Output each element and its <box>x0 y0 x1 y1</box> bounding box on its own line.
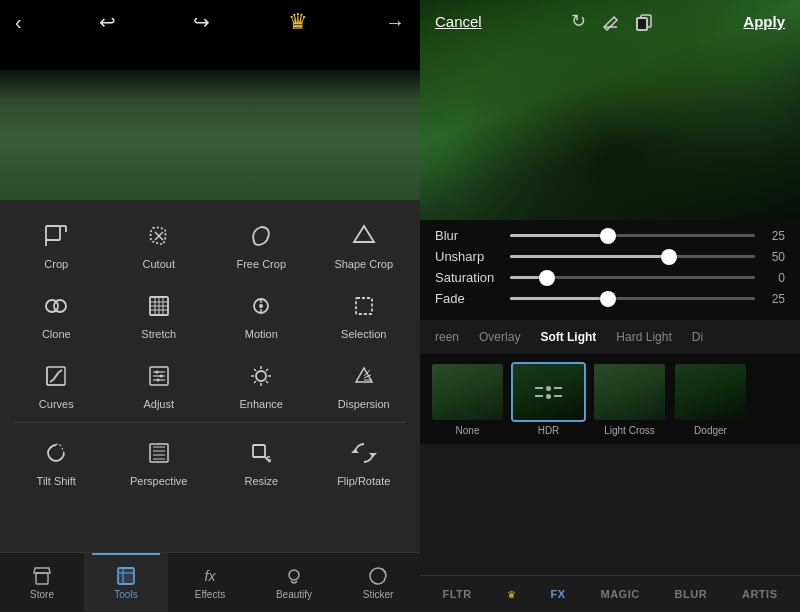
motion-icon <box>243 288 279 324</box>
tab-artist-label: ARTIS <box>742 588 778 600</box>
tool-adjust[interactable]: Adjust <box>114 350 204 418</box>
store-icon <box>31 565 53 587</box>
tool-crop[interactable]: Crop <box>11 210 101 278</box>
svg-rect-0 <box>46 226 60 240</box>
blend-hard-light[interactable]: Hard Light <box>606 326 681 348</box>
fade-slider-row: Fade 25 <box>435 291 785 306</box>
nav-tools[interactable]: Tools <box>84 553 168 612</box>
flip-rotate-icon <box>346 435 382 471</box>
sliders-area: Blur 25 Unsharp 50 Saturation 0 <box>420 220 800 320</box>
clone-label: Clone <box>42 328 71 340</box>
blur-label: Blur <box>435 228 510 243</box>
cancel-button[interactable]: Cancel <box>435 13 482 30</box>
blend-di[interactable]: Di <box>682 326 713 348</box>
filter-none-img <box>430 362 505 422</box>
svg-marker-51 <box>351 449 359 453</box>
tools-row-4: Tilt Shift Perspective <box>5 427 415 495</box>
tool-shape-crop[interactable]: Shape Crop <box>319 210 409 278</box>
filter-light-cross-label: Light Cross <box>604 425 655 436</box>
cutout-icon <box>141 218 177 254</box>
tool-tilt-shift[interactable]: Tilt Shift <box>11 427 101 495</box>
svg-rect-54 <box>118 568 134 584</box>
tool-flip-rotate[interactable]: Flip/Rotate <box>319 427 409 495</box>
tab-crown[interactable]: ♛ <box>499 585 524 604</box>
free-crop-icon <box>243 218 279 254</box>
nav-store[interactable]: Store <box>0 553 84 612</box>
flip-rotate-label: Flip/Rotate <box>337 475 390 487</box>
beautify-nav-icon <box>283 565 305 587</box>
tool-selection[interactable]: Selection <box>319 280 409 348</box>
blur-slider[interactable] <box>510 234 755 237</box>
left-top-bar: ‹ ↩ ↪ ♛ → <box>0 0 420 44</box>
nav-sticker[interactable]: Sticker <box>336 553 420 612</box>
shape-crop-label: Shape Crop <box>334 258 393 270</box>
saturation-label: Saturation <box>435 270 510 285</box>
unsharp-slider[interactable] <box>510 255 755 258</box>
nav-beautify[interactable]: Beautify <box>252 553 336 612</box>
sticker-nav-label: Sticker <box>363 589 394 600</box>
crown-icon[interactable]: ♛ <box>288 9 308 35</box>
apply-button[interactable]: Apply <box>743 13 785 30</box>
tool-motion[interactable]: Motion <box>216 280 306 348</box>
blend-overlay[interactable]: Overlay <box>469 326 530 348</box>
right-top-icons-group: ↻ <box>571 10 654 32</box>
tool-perspective[interactable]: Perspective <box>114 427 204 495</box>
svg-point-15 <box>259 304 263 308</box>
tool-cutout[interactable]: Cutout <box>114 210 204 278</box>
left-panel: ‹ ↩ ↪ ♛ → Crop <box>0 0 420 612</box>
tool-stretch[interactable]: Stretch <box>114 280 204 348</box>
blend-soft-light[interactable]: Soft Light <box>530 326 606 348</box>
tab-fx-label: FX <box>551 588 566 600</box>
tab-fltr[interactable]: FLTR <box>434 584 479 604</box>
svg-rect-62 <box>637 18 647 30</box>
tools-grid: Crop Cutout Free Crop <box>0 200 420 552</box>
tab-magic[interactable]: MAGIC <box>592 584 647 604</box>
filter-none[interactable]: None <box>430 362 505 436</box>
tool-curves[interactable]: Curves <box>11 350 101 418</box>
resize-icon <box>243 435 279 471</box>
effects-nav-icon: fx <box>199 565 221 587</box>
tilt-shift-icon <box>38 435 74 471</box>
filter-light-cross[interactable]: Light Cross <box>592 362 667 436</box>
tool-clone[interactable]: Clone <box>11 280 101 348</box>
tilt-shift-label: Tilt Shift <box>37 475 76 487</box>
dispersion-label: Dispersion <box>338 398 390 410</box>
tool-resize[interactable]: Resize <box>216 427 306 495</box>
tab-crown-icon: ♛ <box>507 589 516 600</box>
tool-dispersion[interactable]: Dispersion <box>319 350 409 418</box>
store-nav-label: Store <box>30 589 54 600</box>
forward-button[interactable]: → <box>385 11 405 34</box>
tab-artist[interactable]: ARTIS <box>734 584 786 604</box>
selection-label: Selection <box>341 328 386 340</box>
tools-row-1: Crop Cutout Free Crop <box>5 210 415 278</box>
unsharp-slider-row: Unsharp 50 <box>435 249 785 264</box>
tab-fx[interactable]: FX <box>543 584 574 604</box>
fade-value: 25 <box>755 292 785 306</box>
stretch-icon <box>141 288 177 324</box>
beautify-nav-label: Beautify <box>276 589 312 600</box>
filter-dodger[interactable]: Dodger <box>673 362 748 436</box>
blend-modes-row: reen Overlay Soft Light Hard Light Di <box>420 320 800 354</box>
svg-point-6 <box>54 300 66 312</box>
resize-label: Resize <box>244 475 278 487</box>
saturation-slider[interactable] <box>510 276 755 279</box>
tab-blur[interactable]: BLUR <box>667 584 716 604</box>
redo-button[interactable]: ↪ <box>193 10 210 34</box>
filter-hdr[interactable]: HDR <box>511 362 586 436</box>
fade-slider[interactable] <box>510 297 755 300</box>
blend-screen[interactable]: reen <box>425 326 469 348</box>
svg-line-37 <box>254 381 256 383</box>
tool-enhance[interactable]: Enhance <box>216 350 306 418</box>
unsharp-label: Unsharp <box>435 249 510 264</box>
back-button[interactable]: ‹ <box>15 11 22 34</box>
nav-effects[interactable]: fx Effects <box>168 553 252 612</box>
tool-free-crop[interactable]: Free Crop <box>216 210 306 278</box>
copy-icon[interactable] <box>634 11 654 31</box>
tab-blur-label: BLUR <box>675 588 708 600</box>
tab-fltr-label: FLTR <box>442 588 471 600</box>
free-crop-label: Free Crop <box>236 258 286 270</box>
eraser-icon[interactable] <box>600 11 620 31</box>
undo-button[interactable]: ↩ <box>99 10 116 34</box>
refresh-icon[interactable]: ↻ <box>571 10 586 32</box>
left-image-preview: ‹ ↩ ↪ ♛ → <box>0 0 420 200</box>
